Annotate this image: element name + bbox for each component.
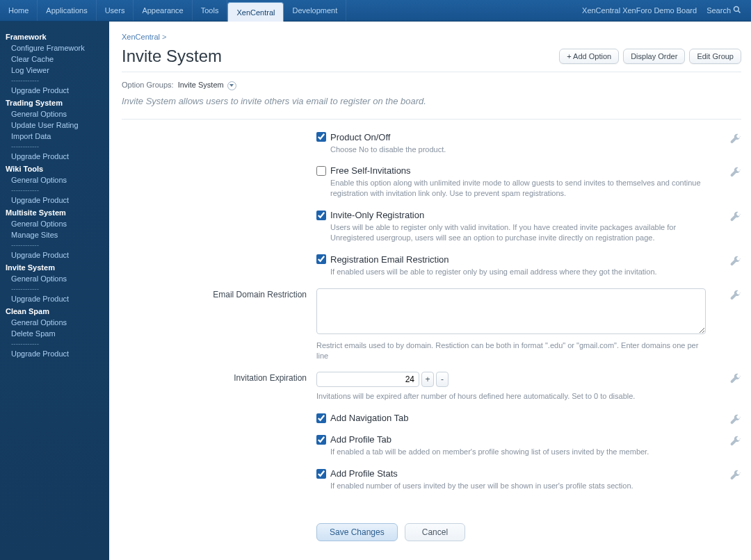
- sidebar-group-title: Trading System: [0, 96, 109, 108]
- free-self-desc: Enable this option along with unlimited …: [330, 178, 706, 199]
- wrench-icon[interactable]: [730, 133, 741, 145]
- breadcrumb-root[interactable]: XenCentral: [122, 33, 160, 41]
- save-button[interactable]: Save Changes: [316, 523, 398, 541]
- invite-only-desc: Users will be able to register only with…: [330, 222, 706, 243]
- spin-up-button[interactable]: +: [421, 372, 434, 387]
- search-icon: [733, 6, 741, 15]
- invitation-expiration-hint: Invitations will be expired after number…: [316, 391, 706, 402]
- sidebar-group-title: Invite System: [0, 261, 109, 273]
- nav-tab-appearance[interactable]: Appearance: [134, 0, 192, 21]
- svg-point-0: [734, 7, 739, 12]
- sidebar-divider: ------------: [0, 339, 109, 348]
- sidebar-item[interactable]: General Options: [0, 317, 109, 328]
- nav-tab-users[interactable]: Users: [97, 0, 134, 21]
- invite-only-checkbox[interactable]: [316, 211, 326, 220]
- sidebar-item[interactable]: Upgrade Product: [0, 85, 109, 96]
- sidebar-item[interactable]: General Options: [0, 174, 109, 186]
- free-self-label: Free Self-Invitations: [330, 165, 411, 176]
- wrench-icon[interactable]: [730, 256, 741, 267]
- wrench-icon[interactable]: [730, 470, 741, 481]
- sidebar-item[interactable]: Configure Framework: [0, 42, 109, 53]
- display-order-button[interactable]: Display Order: [623, 49, 685, 64]
- sidebar-divider: ------------: [0, 284, 109, 293]
- sidebar-item[interactable]: General Options: [0, 218, 109, 229]
- add-profile-stats-checkbox[interactable]: [316, 469, 326, 479]
- nav-tab-home[interactable]: Home: [0, 0, 38, 21]
- email-domain-textarea[interactable]: [316, 288, 706, 334]
- main-content: XenCentral > Invite System + Add Option …: [109, 22, 751, 560]
- add-profile-stats-label: Add Profile Stats: [330, 468, 398, 479]
- sidebar-item[interactable]: Upgrade Product: [0, 195, 109, 206]
- wrench-icon[interactable]: [730, 436, 741, 447]
- edit-group-button[interactable]: Edit Group: [689, 49, 741, 64]
- sidebar-item[interactable]: Clear Cache: [0, 53, 109, 65]
- option-groups-row: Option Groups: Invite System: [122, 81, 741, 90]
- add-nav-tab-label: Add Navigation Tab: [330, 413, 409, 423]
- sidebar-item[interactable]: Update User Rating: [0, 120, 109, 131]
- wrench-icon[interactable]: [730, 373, 741, 384]
- product-onoff-desc: Choose No to disable the product.: [330, 145, 706, 155]
- svg-line-1: [738, 11, 741, 13]
- cancel-button[interactable]: Cancel: [405, 523, 465, 541]
- add-profile-tab-label: Add Profile Tab: [330, 434, 391, 445]
- sidebar-item[interactable]: Manage Sites: [0, 229, 109, 240]
- sidebar-divider: ------------: [0, 186, 109, 195]
- invitation-expiration-input[interactable]: [316, 372, 419, 387]
- top-nav: HomeApplicationsUsersAppearanceToolsXenC…: [0, 0, 751, 22]
- chevron-down-icon[interactable]: [227, 81, 236, 90]
- sidebar-item[interactable]: Delete Spam: [0, 328, 109, 339]
- invitation-expiration-label: Invitation Expiration: [122, 372, 316, 402]
- search-link[interactable]: Search: [706, 0, 751, 21]
- reg-email-restriction-label: Registration Email Restriction: [330, 254, 449, 265]
- sidebar-item[interactable]: Upgrade Product: [0, 249, 109, 261]
- reg-email-restriction-checkbox[interactable]: [316, 254, 326, 264]
- nav-tab-tools[interactable]: Tools: [193, 0, 228, 21]
- sidebar-divider: ------------: [0, 142, 109, 151]
- add-option-button[interactable]: + Add Option: [559, 49, 619, 64]
- product-onoff-label: Product On/Off: [330, 132, 390, 142]
- sidebar-item[interactable]: General Options: [0, 273, 109, 284]
- option-groups-selected[interactable]: Invite System: [178, 81, 224, 89]
- sidebar-group-title: Multisite System: [0, 206, 109, 218]
- add-profile-tab-desc: If enabled a tab will be added on member…: [330, 447, 706, 457]
- sidebar-item[interactable]: General Options: [0, 108, 109, 120]
- wrench-icon[interactable]: [730, 167, 741, 178]
- sidebar: FrameworkConfigure FrameworkClear CacheL…: [0, 22, 109, 560]
- sidebar-divider: ------------: [0, 240, 109, 249]
- free-self-checkbox[interactable]: [316, 166, 326, 176]
- nav-tab-applications[interactable]: Applications: [38, 0, 96, 21]
- sidebar-divider: ------------: [0, 76, 109, 85]
- sidebar-item[interactable]: Upgrade Product: [0, 293, 109, 304]
- nav-tab-xencentral[interactable]: XenCentral: [227, 2, 284, 22]
- sidebar-group-title: Clean Spam: [0, 304, 109, 317]
- wrench-icon[interactable]: [730, 414, 741, 425]
- page-title: Invite System: [122, 47, 222, 66]
- wrench-icon[interactable]: [730, 290, 741, 301]
- email-domain-hint: Restrict emails used to by domain. Resti…: [316, 340, 706, 361]
- nav-tab-development[interactable]: Development: [284, 0, 346, 21]
- sidebar-group-title: Wiki Tools: [0, 162, 109, 174]
- sidebar-item[interactable]: Upgrade Product: [0, 151, 109, 162]
- spin-down-button[interactable]: -: [436, 372, 449, 387]
- intro-text: Invite System allows users to invite oth…: [122, 96, 741, 120]
- sidebar-item[interactable]: Upgrade Product: [0, 348, 109, 359]
- invite-only-label: Invite-Only Registration: [330, 210, 424, 220]
- product-onoff-checkbox[interactable]: [316, 132, 326, 142]
- add-nav-tab-checkbox[interactable]: [316, 413, 326, 423]
- reg-email-restriction-desc: If enabled users will be able to registe…: [330, 267, 706, 277]
- sidebar-group-title: Framework: [0, 30, 109, 42]
- brand-label[interactable]: XenCentral XenForo Demo Board: [582, 0, 706, 21]
- add-profile-tab-checkbox[interactable]: [316, 435, 326, 445]
- sidebar-item[interactable]: Log Viewer: [0, 65, 109, 76]
- sidebar-item[interactable]: Import Data: [0, 131, 109, 142]
- email-domain-label: Email Domain Restriction: [122, 288, 316, 361]
- add-profile-stats-desc: If enabled number of users invited by th…: [330, 481, 706, 491]
- breadcrumb: XenCentral >: [122, 33, 741, 41]
- wrench-icon[interactable]: [730, 211, 741, 222]
